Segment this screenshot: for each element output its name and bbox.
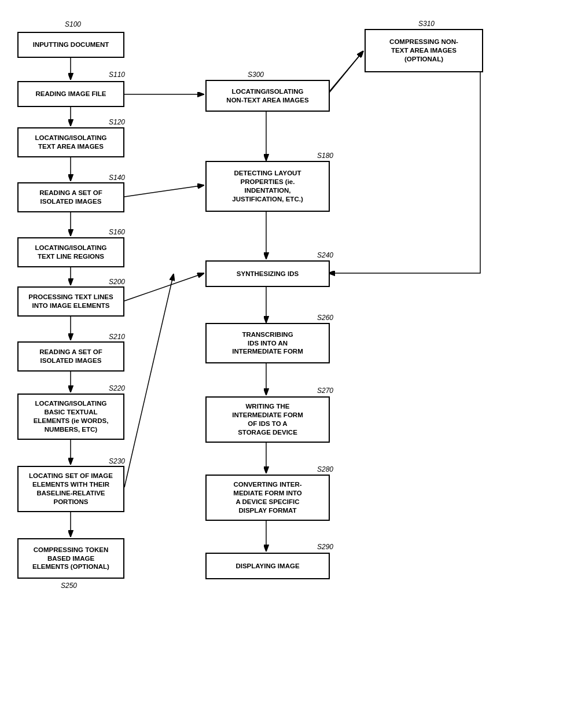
box-s120: LOCATING/ISOLATINGTEXT AREA IMAGES: [17, 127, 124, 157]
label-s230: S230: [109, 457, 125, 465]
box-s240: SYNTHESIZING IDS: [205, 260, 330, 287]
label-s310: S310: [418, 20, 435, 28]
box-s180: DETECTING LAYOUTPROPERTIES (ie.INDENTATI…: [205, 161, 330, 212]
box-s300: LOCATING/ISOLATINGNON-TEXT AREA IMAGES: [205, 80, 330, 112]
label-s110: S110: [109, 71, 125, 79]
label-s270: S270: [317, 387, 333, 395]
label-s210: S210: [109, 333, 125, 341]
box-s250: COMPRESSING TOKENBASED IMAGEELEMENTS (OP…: [17, 538, 124, 579]
svg-line-11: [327, 51, 363, 95]
box-s260: TRANSCRIBINGIDS INTO ANINTERMEDIATE FORM: [205, 323, 330, 363]
box-s220: LOCATING/ISOLATINGBASIC TEXTUALELEMENTS …: [17, 394, 124, 440]
label-s180: S180: [317, 152, 333, 160]
box-s280: CONVERTING INTER-MEDIATE FORM INTOA DEVI…: [205, 475, 330, 521]
label-s240: S240: [317, 251, 333, 259]
label-s300: S300: [248, 71, 264, 79]
box-s160: LOCATING/ISOLATINGTEXT LINE REGIONS: [17, 237, 124, 267]
label-s100: S100: [65, 20, 81, 28]
box-s100: INPUTTING DOCUMENT: [17, 32, 124, 58]
label-s250: S250: [61, 582, 77, 590]
svg-line-16: [124, 274, 174, 487]
label-s200: S200: [109, 278, 125, 286]
box-s310: COMPRESSING NON-TEXT AREA IMAGES(OPTIONA…: [365, 29, 483, 72]
box-s270: WRITING THEINTERMEDIATE FORMOF IDS TO AS…: [205, 396, 330, 443]
label-s220: S220: [109, 384, 125, 392]
box-s230: LOCATING SET OF IMAGEELEMENTS WITH THEIR…: [17, 466, 124, 512]
label-s140: S140: [109, 174, 125, 182]
label-s120: S120: [109, 118, 125, 126]
flowchart-diagram: INPUTTING DOCUMENT READING IMAGE FILE LO…: [0, 0, 563, 728]
box-s210: READING A SET OFISOLATED IMAGES: [17, 341, 124, 372]
label-s280: S280: [317, 465, 333, 473]
label-s290: S290: [317, 543, 333, 551]
svg-line-21: [327, 51, 363, 94]
box-s140: READING A SET OFISOLATED IMAGES: [17, 182, 124, 212]
box-s110: READING IMAGE FILE: [17, 81, 124, 107]
box-s290: DISPLAYING IMAGE: [205, 553, 330, 579]
svg-line-12: [124, 185, 204, 197]
label-s260: S260: [317, 314, 333, 322]
label-s160: S160: [109, 228, 125, 236]
svg-line-15: [124, 273, 204, 301]
box-s200: PROCESSING TEXT LINESINTO IMAGE ELEMENTS: [17, 286, 124, 317]
